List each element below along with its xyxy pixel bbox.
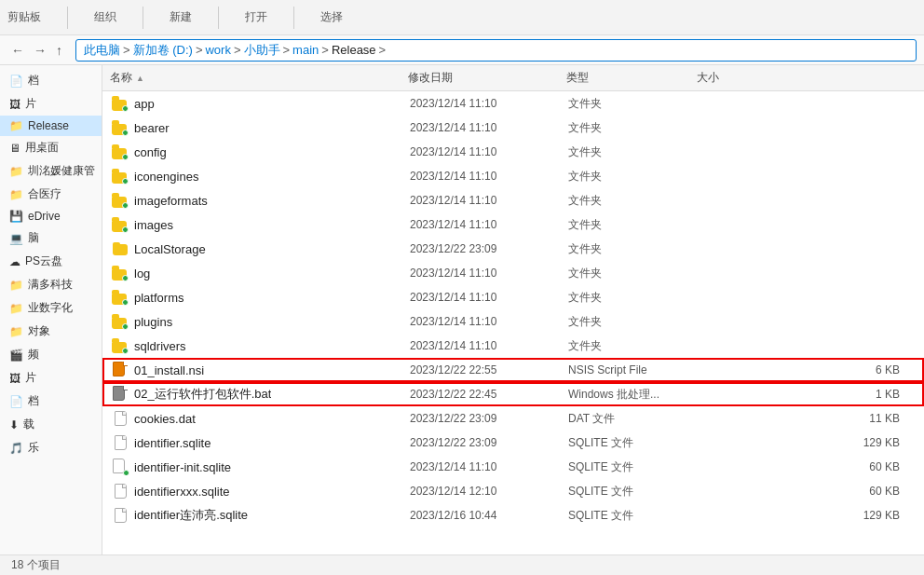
table-row[interactable]: identifierxxx.sqlite 2023/12/14 12:10 SQ… bbox=[102, 479, 924, 503]
crumb-main[interactable]: main bbox=[292, 43, 319, 57]
video-icon: 🎬 bbox=[9, 349, 23, 362]
sidebar-item-mando[interactable]: 📁 满多科技 bbox=[0, 273, 102, 296]
file-name: bearer bbox=[134, 121, 170, 135]
file-type: 文件夹 bbox=[568, 96, 699, 112]
sidebar-item-music[interactable]: 🎵 乐 bbox=[0, 436, 102, 459]
file-name: sqldrivers bbox=[134, 339, 186, 353]
sidebar-item-computer[interactable]: 💻 脑 bbox=[0, 226, 102, 250]
sidebar-computer-label: 脑 bbox=[28, 230, 39, 246]
release-icon: 📁 bbox=[9, 119, 23, 132]
file-date: 2023/12/14 11:10 bbox=[410, 291, 568, 304]
sidebar: 📄 档 🖼 片 📁 Release 🖥 用桌面 📁 圳洺媛健康管 📁 合医疗 💾… bbox=[0, 65, 102, 554]
table-row[interactable]: iconengines 2023/12/14 11:10 文件夹 bbox=[102, 164, 924, 188]
toolbar-sep-4 bbox=[293, 7, 294, 29]
toolbar-open-label: 打开 bbox=[245, 9, 267, 25]
table-row[interactable]: config 2023/12/14 11:10 文件夹 bbox=[102, 140, 924, 164]
table-row[interactable]: plugins 2023/12/14 11:10 文件夹 bbox=[102, 309, 924, 334]
sidebar-item-health[interactable]: 📁 圳洺媛健康管 bbox=[0, 159, 102, 183]
sidebar-mando-label: 满多科技 bbox=[28, 277, 73, 293]
file-icon bbox=[112, 483, 129, 500]
file-type: 文件夹 bbox=[568, 193, 699, 209]
forward-button[interactable]: → bbox=[30, 41, 50, 60]
crumb-drive[interactable]: 新加卷 (D:) bbox=[133, 42, 193, 59]
file-name-cell: config bbox=[112, 144, 410, 160]
toolbar-group-clipboard: 剪贴板 bbox=[7, 9, 41, 25]
col-header-name[interactable]: 名称 ▲ bbox=[110, 70, 408, 86]
table-row[interactable]: cookies.dat 2023/12/22 23:09 DAT 文件 11 K… bbox=[102, 406, 924, 431]
file-type: 文件夹 bbox=[568, 314, 699, 330]
table-row[interactable]: 02_运行软件打包软件.bat 2023/12/22 22:45 Windows… bbox=[102, 382, 924, 406]
sidebar-item-pscloud[interactable]: ☁ PS云盘 bbox=[0, 250, 102, 273]
file-size: 6 KB bbox=[699, 363, 915, 376]
table-row[interactable]: identifier连沛亮.sqlite 2023/12/16 10:44 SQ… bbox=[102, 503, 924, 527]
file-type: 文件夹 bbox=[568, 266, 699, 281]
table-row[interactable]: LocalStorage 2023/12/22 23:09 文件夹 bbox=[102, 237, 924, 261]
sidebar-item-video[interactable]: 🎬 频 bbox=[0, 343, 102, 366]
file-type: SQLITE 文件 bbox=[568, 508, 699, 524]
file-type: 文件夹 bbox=[568, 217, 699, 233]
table-row[interactable]: platforms 2023/12/14 11:10 文件夹 bbox=[102, 285, 924, 309]
sidebar-item-download[interactable]: ⬇ 载 bbox=[0, 413, 102, 436]
sidebar-item-medical[interactable]: 📁 合医疗 bbox=[0, 183, 102, 206]
medical-icon: 📁 bbox=[9, 188, 23, 201]
table-row[interactable]: app 2023/12/14 11:10 文件夹 bbox=[102, 91, 924, 116]
sidebar-edrive-label: eDrive bbox=[28, 210, 61, 223]
file-date: 2023/12/14 11:10 bbox=[410, 194, 568, 207]
file-name-cell: bearer bbox=[112, 119, 410, 136]
table-row[interactable]: identifier.sqlite 2023/12/22 23:09 SQLIT… bbox=[102, 431, 924, 455]
sidebar-item-digital[interactable]: 📁 业数字化 bbox=[0, 296, 102, 320]
file-name: 01_install.nsi bbox=[134, 363, 204, 377]
file-name: plugins bbox=[134, 315, 172, 329]
file-date: 2023/12/22 23:09 bbox=[410, 436, 568, 449]
sidebar-item-photo[interactable]: 🖼 片 bbox=[0, 366, 102, 390]
file-name: 02_运行软件打包软件.bat bbox=[134, 386, 271, 403]
sidebar-item-pics[interactable]: 🖼 片 bbox=[0, 92, 102, 116]
file-icon bbox=[112, 119, 129, 136]
back-button[interactable]: ← bbox=[7, 41, 28, 60]
sidebar-item-obj[interactable]: 📁 对象 bbox=[0, 320, 102, 343]
file-icon bbox=[112, 168, 129, 185]
file-name: iconengines bbox=[134, 170, 198, 184]
sidebar-desktop-label: 用桌面 bbox=[25, 140, 59, 156]
file-type: SQLITE 文件 bbox=[568, 459, 699, 475]
crumb-release[interactable]: Release bbox=[332, 43, 376, 57]
file-name: log bbox=[134, 267, 150, 281]
sidebar-item-edrive[interactable]: 💾 eDrive bbox=[0, 206, 102, 226]
sidebar-item-doc2[interactable]: 📄 档 bbox=[0, 390, 102, 413]
table-row[interactable]: log 2023/12/14 11:10 文件夹 bbox=[102, 261, 924, 285]
crumb-assistant[interactable]: 小助手 bbox=[244, 42, 280, 59]
table-row[interactable]: sqldrivers 2023/12/14 11:10 文件夹 bbox=[102, 334, 924, 358]
sidebar-item-docs[interactable]: 📄 档 bbox=[0, 69, 102, 92]
file-name: identifierxxx.sqlite bbox=[134, 485, 230, 499]
file-name-cell: identifier.sqlite bbox=[112, 434, 410, 451]
col-header-date[interactable]: 修改日期 bbox=[408, 70, 566, 86]
file-name-cell: platforms bbox=[112, 289, 410, 306]
table-row[interactable]: 01_install.nsi 2023/12/22 22:55 NSIS Scr… bbox=[102, 358, 924, 382]
sidebar-item-release[interactable]: 📁 Release bbox=[0, 116, 102, 136]
table-row[interactable]: identifier-init.sqlite 2023/12/14 11:10 … bbox=[102, 455, 924, 479]
file-name-cell: identifierxxx.sqlite bbox=[112, 483, 410, 500]
address-box[interactable]: 此电脑 > 新加卷 (D:) > work > 小助手 > main > Rel… bbox=[75, 39, 917, 62]
file-name-cell: LocalStorage bbox=[112, 240, 410, 257]
toolbar-new-label: 新建 bbox=[170, 9, 192, 25]
file-name: config bbox=[134, 145, 167, 159]
file-date: 2023/12/14 11:10 bbox=[410, 121, 568, 134]
file-date: 2023/12/14 11:10 bbox=[410, 460, 568, 473]
table-row[interactable]: imageformats 2023/12/14 11:10 文件夹 bbox=[102, 188, 924, 212]
sidebar-item-desktop[interactable]: 🖥 用桌面 bbox=[0, 136, 102, 159]
toolbar-clipboard-label: 剪贴板 bbox=[7, 9, 41, 25]
status-bar: 18 个项目 bbox=[0, 554, 924, 575]
up-button[interactable]: ↑ bbox=[52, 41, 66, 60]
file-name-cell: sqldrivers bbox=[112, 337, 410, 354]
crumb-pc[interactable]: 此电脑 bbox=[84, 42, 120, 59]
col-header-type[interactable]: 类型 bbox=[566, 70, 697, 86]
file-date: 2023/12/22 22:55 bbox=[410, 363, 568, 376]
sidebar-release-label: Release bbox=[28, 119, 69, 132]
sidebar-pics-label: 片 bbox=[25, 96, 36, 112]
col-header-size[interactable]: 大小 bbox=[697, 70, 917, 86]
crumb-work[interactable]: work bbox=[205, 43, 230, 57]
file-icon bbox=[112, 386, 129, 403]
table-row[interactable]: bearer 2023/12/14 11:10 文件夹 bbox=[102, 116, 924, 140]
pscloud-icon: ☁ bbox=[9, 255, 20, 268]
table-row[interactable]: images 2023/12/14 11:10 文件夹 bbox=[102, 212, 924, 237]
